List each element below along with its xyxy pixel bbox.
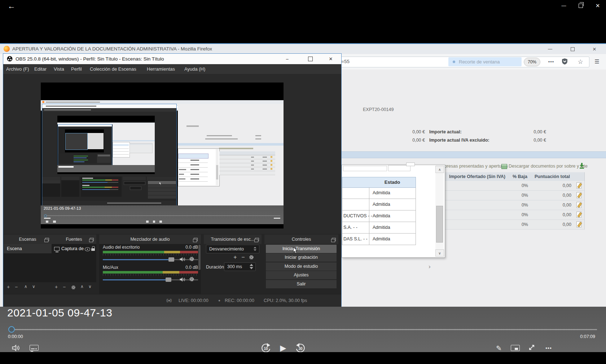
volume-slider-handle[interactable] — [168, 257, 174, 262]
obs-minimize-button[interactable]: − — [280, 54, 295, 64]
zoom-level-badge[interactable]: 70% — [524, 58, 540, 66]
mini-block — [82, 189, 110, 190]
eye-icon[interactable] — [85, 247, 90, 251]
start-recording-button[interactable]: Iniciar grabación — [266, 253, 337, 262]
estado-row: DUCTIVOS - - Admitida — [342, 210, 416, 222]
pocket-button[interactable] — [561, 58, 568, 65]
transition-gear-icon[interactable] — [249, 254, 254, 260]
popout-icon[interactable] — [45, 238, 49, 241]
sources-panel-header[interactable]: Fuentes — [52, 235, 96, 244]
transitions-panel-header[interactable]: Transiciones de esc... — [204, 235, 262, 244]
popout-icon[interactable] — [194, 238, 198, 241]
add-scene-button[interactable]: + — [7, 284, 10, 290]
duration-spinbox[interactable]: 300 ms — [224, 262, 256, 271]
menu-herramientas[interactable]: Herramientas — [147, 64, 175, 74]
menu-ayuda[interactable]: Ayuda (H) — [184, 64, 205, 74]
scroll-down-button[interactable]: ∨ — [435, 249, 444, 257]
add-source-button[interactable]: + — [55, 284, 58, 290]
start-streaming-button[interactable]: Iniciar Transmisión — [266, 245, 337, 253]
channel-gear-icon[interactable] — [189, 256, 195, 262]
monitor-stand-icon — [56, 252, 58, 252]
source-properties-gear-icon[interactable] — [71, 285, 76, 290]
app-minimize-button[interactable]: — — [556, 0, 572, 11]
player-controls-band: 2021-01-05 09-47-13 0:00:00 0:07:09 — [0, 307, 606, 352]
mini-block — [251, 169, 254, 169]
scene-item[interactable]: Escena — [4, 244, 53, 253]
spin-up-icon[interactable] — [250, 264, 253, 266]
firefox-minimize-button[interactable]: — — [543, 44, 557, 54]
source-up-button[interactable]: ∧ — [80, 284, 84, 289]
download-icon[interactable] — [579, 163, 584, 169]
settings-button[interactable]: Ajustes — [266, 271, 337, 279]
mini-block — [179, 174, 184, 175]
scene-down-button[interactable]: ∨ — [32, 284, 35, 289]
obs-titlebar[interactable]: OBS 25.0.8 (64-bit, windows) - Perfíl: S… — [3, 54, 341, 64]
popout-icon[interactable] — [255, 238, 259, 241]
channel-gear-icon[interactable] — [189, 276, 195, 282]
scenes-list[interactable]: Escena — [4, 244, 52, 282]
obs-maximize-button[interactable] — [303, 54, 318, 64]
transition-select[interactable]: Desvanecimiento — [206, 245, 259, 253]
mini-block — [44, 218, 50, 219]
firefox-menu-button[interactable]: ☰ — [591, 57, 603, 67]
remove-source-button[interactable]: − — [63, 284, 66, 290]
expand-chevron[interactable]: › — [429, 263, 431, 270]
mini-block — [148, 188, 176, 191]
scenes-panel-header[interactable]: Escenas — [4, 235, 52, 244]
exit-button[interactable]: Salir — [266, 280, 337, 288]
mini-block — [190, 174, 199, 175]
seek-knob[interactable] — [8, 326, 15, 333]
menu-coleccion[interactable]: Colección de Escenas — [90, 64, 136, 74]
fullscreen-button[interactable] — [528, 344, 536, 352]
seek-track[interactable] — [15, 329, 597, 330]
volume-button[interactable] — [12, 344, 22, 352]
spin-down-icon[interactable] — [250, 267, 253, 269]
miniplayer-button[interactable] — [511, 345, 520, 352]
back-button[interactable]: ← — [3, 0, 20, 12]
download-documents-link[interactable]: Descargar documentos por sobre y lote — [509, 164, 588, 169]
mixer-panel-header[interactable]: Mezclador de audio — [99, 235, 201, 244]
subtitles-button[interactable] — [30, 345, 40, 352]
bookmark-button[interactable]: ☆ — [574, 57, 587, 67]
obs-preview-canvas[interactable]: 2021-01-05 09-47-13 — [3, 74, 341, 234]
firefox-close-button[interactable]: ✕ — [588, 44, 601, 54]
amount-value: 0,00 € — [402, 138, 425, 143]
speaker-icon[interactable] — [179, 277, 186, 282]
obs-close-button[interactable]: ✕ — [323, 54, 339, 64]
menu-archivo[interactable]: Archivo (F) — [6, 64, 29, 74]
source-down-button[interactable]: ∨ — [88, 284, 92, 289]
popup-field — [343, 166, 387, 171]
scroll-up-button[interactable]: ∧ — [435, 166, 444, 173]
remove-scene-button[interactable]: − — [15, 284, 18, 290]
menu-editar[interactable]: Editar — [34, 64, 47, 74]
controls-panel-header[interactable]: Controles — [264, 235, 338, 244]
estado-cell-name: S.A. - - — [342, 222, 369, 234]
sources-list[interactable]: Captura de — [52, 244, 96, 282]
popout-icon[interactable] — [90, 238, 94, 241]
screenshot-notification[interactable]: Recorte de ventana — [448, 57, 522, 66]
seek-bar[interactable] — [11, 328, 598, 331]
popup-scrollbar[interactable]: ∧ ∨ — [435, 165, 444, 257]
mixer-scrollbar[interactable] — [198, 245, 201, 270]
speaker-icon[interactable] — [179, 257, 186, 262]
page-actions-button[interactable]: ••• — [545, 57, 558, 67]
popout-icon[interactable] — [332, 238, 336, 241]
volume-slider-handle[interactable] — [166, 278, 171, 282]
remove-transition-button[interactable]: − — [240, 254, 246, 261]
offers-cell-baja: 0% — [510, 220, 531, 230]
mini-block — [42, 180, 60, 183]
mini-block — [263, 169, 267, 169]
companies-link[interactable]: presas presentadas y aperturas — [444, 164, 508, 169]
source-item[interactable]: Captura de — [61, 244, 84, 254]
scroll-thumb[interactable] — [436, 206, 443, 243]
app-restore-button[interactable] — [573, 0, 589, 11]
add-transition-button[interactable]: + — [232, 254, 238, 261]
scene-up-button[interactable]: ∧ — [24, 284, 27, 289]
menu-perfil[interactable]: Perfil — [71, 64, 82, 74]
menu-vista[interactable]: Vista — [54, 64, 64, 74]
app-close-button[interactable]: ✕ — [589, 0, 606, 11]
firefox-restore-button[interactable] — [566, 44, 579, 54]
lock-icon[interactable] — [91, 248, 95, 251]
studio-mode-button[interactable]: Modo de estudio — [266, 262, 337, 271]
mini-block — [216, 165, 218, 179]
